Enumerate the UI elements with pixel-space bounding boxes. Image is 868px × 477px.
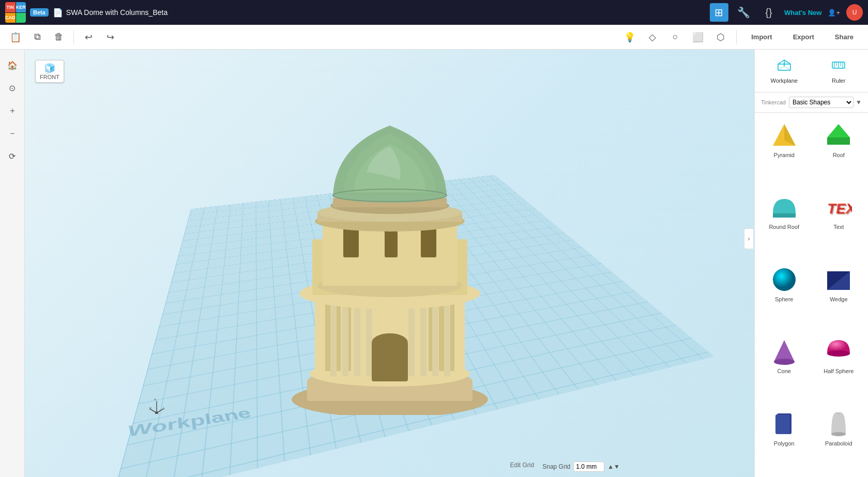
dropdown-arrow: ▼ xyxy=(856,99,862,106)
doc-title-text: SWA Dome with Columns_Beta xyxy=(66,8,167,17)
svg-rect-61 xyxy=(827,137,850,145)
ruler-svg xyxy=(831,58,846,72)
ruler-label: Ruler xyxy=(832,78,845,84)
shape-wedge[interactable]: Wedge xyxy=(814,261,864,329)
status-bar: Edit Grid Snap Grid ▲▼ xyxy=(510,461,620,472)
zoom-out-button[interactable]: － xyxy=(3,124,22,143)
main-area: 🏠 ⊙ ＋ － ⟳ 🧊 FRONT Workplane xyxy=(0,50,868,477)
shape-round-roof[interactable]: Round Roof xyxy=(759,189,810,256)
shape-pyramid[interactable]: Pyramid xyxy=(759,117,810,184)
svg-line-48 xyxy=(784,60,790,64)
undo-button[interactable]: ↩ xyxy=(79,28,98,47)
code-button[interactable]: {} xyxy=(759,3,778,22)
tools-button[interactable]: 🔧 xyxy=(735,3,753,22)
user-icon: 👤+ xyxy=(828,9,840,17)
front-icon: 🧊 xyxy=(40,63,59,74)
svg-point-65 xyxy=(773,268,796,291)
toolbar-separator xyxy=(73,30,74,44)
delete-button[interactable]: 🗑 xyxy=(50,28,68,47)
wedge-icon xyxy=(824,265,853,294)
duplicate-button[interactable]: ⧉ xyxy=(28,28,47,47)
svg-point-21 xyxy=(372,333,408,352)
polygon-label: Polygon xyxy=(774,440,795,447)
light-button[interactable]: 💡 xyxy=(620,28,639,47)
svg-rect-18 xyxy=(444,296,450,376)
whats-new-button[interactable]: What's New xyxy=(784,9,821,17)
svg-rect-5 xyxy=(325,294,330,371)
shape-sphere[interactable]: Sphere xyxy=(759,261,810,329)
axis-indicator: Z Y X xyxy=(149,398,164,415)
snap-grid-control: Snap Grid ▲▼ xyxy=(542,461,620,472)
home-view-button[interactable]: 🏠 xyxy=(3,56,22,74)
tinkercad-logo[interactable]: TIN KER CAD xyxy=(5,2,26,23)
panel-top-tools: Workplane Ruler xyxy=(755,50,868,93)
panel-collapse-button[interactable]: › xyxy=(744,228,753,249)
svg-point-69 xyxy=(774,359,795,365)
workplane-label: Workplane xyxy=(771,78,798,84)
shape2-button[interactable]: ○ xyxy=(666,28,684,47)
user-add-button[interactable]: 👤+ xyxy=(828,9,840,17)
svg-point-70 xyxy=(827,350,850,357)
workplane-icon xyxy=(777,58,791,75)
document-title[interactable]: 📄 SWA Dome with Columns_Beta xyxy=(53,8,167,18)
export-button[interactable]: Export xyxy=(785,30,823,44)
import-button[interactable]: Import xyxy=(743,30,780,44)
ruler-button[interactable]: Ruler xyxy=(814,54,864,88)
logo-tin: TIN xyxy=(5,2,16,12)
shape-text[interactable]: TEXT TEXT Text xyxy=(814,189,864,256)
beta-badge: Beta xyxy=(30,8,49,17)
shape1-button[interactable]: ◇ xyxy=(643,28,662,47)
round-roof-label: Round Roof xyxy=(769,224,799,230)
fit-view-button[interactable]: ⟳ xyxy=(3,147,22,165)
svg-rect-12 xyxy=(342,296,348,376)
orbit-button[interactable]: ⊙ xyxy=(3,79,22,97)
grid-view-button[interactable]: ⊞ xyxy=(710,3,728,22)
svg-rect-28 xyxy=(385,232,398,257)
logo-ker: KER xyxy=(16,2,26,12)
shapes-source-label: Tinkercad xyxy=(761,99,786,105)
share-button[interactable]: Share xyxy=(827,30,862,44)
axis-svg: Z Y X xyxy=(149,398,164,414)
redo-button[interactable]: ↪ xyxy=(101,28,119,47)
shape-roof[interactable]: Roof xyxy=(814,117,864,184)
snap-grid-input[interactable] xyxy=(573,461,604,472)
svg-rect-15 xyxy=(408,297,415,376)
svg-text:Y: Y xyxy=(163,406,164,411)
toolbar-right: 💡 ◇ ○ ⬜ ⬡ Import Export Share xyxy=(620,28,862,47)
user-avatar[interactable]: U xyxy=(846,4,863,21)
svg-line-47 xyxy=(778,60,784,64)
shape-polygon[interactable]: Polygon xyxy=(759,405,810,473)
top-navigation-bar: TIN KER CAD Beta 📄 SWA Dome with Columns… xyxy=(0,0,868,25)
copy-button[interactable]: 📋 xyxy=(6,28,25,47)
align-button[interactable]: ⬜ xyxy=(689,28,707,47)
roof-icon xyxy=(824,121,853,150)
half-sphere-icon xyxy=(824,337,853,366)
mirror-button[interactable]: ⬡ xyxy=(711,28,730,47)
edit-grid-label[interactable]: Edit Grid xyxy=(510,461,535,472)
pyramid-icon xyxy=(770,121,799,150)
sphere-icon xyxy=(770,265,799,294)
dome-building-svg xyxy=(281,95,498,415)
zoom-in-button[interactable]: ＋ xyxy=(3,101,22,120)
workplane-button[interactable]: Workplane xyxy=(759,54,810,88)
shape-paraboloid[interactable]: Paraboloid xyxy=(814,405,864,473)
front-view-label: 🧊 FRONT xyxy=(35,60,64,83)
shape-half-sphere[interactable]: Half Sphere xyxy=(814,333,864,401)
snap-grid-arrows[interactable]: ▲▼ xyxy=(607,463,620,470)
front-label-text: FRONT xyxy=(40,74,59,80)
shapes-category-select[interactable]: Basic Shapes xyxy=(789,97,854,108)
topbar-right-section: ⊞ 🔧 {} What's New 👤+ U xyxy=(710,3,863,22)
svg-rect-62 xyxy=(773,213,796,218)
shapes-category-header: Tinkercad Basic Shapes ▼ xyxy=(755,93,868,113)
svg-text:Z: Z xyxy=(154,398,157,401)
svg-marker-60 xyxy=(827,124,850,137)
roof-label: Roof xyxy=(833,152,845,158)
wedge-label: Wedge xyxy=(830,296,848,302)
shape-cone[interactable]: Cone xyxy=(759,333,810,401)
cone-label: Cone xyxy=(778,368,791,374)
svg-line-50 xyxy=(784,66,790,70)
shapes-grid: Pyramid Roof Round Roof xyxy=(755,113,868,477)
polygon-icon xyxy=(770,409,799,438)
3d-viewport[interactable]: 🧊 FRONT Workplane xyxy=(25,50,754,477)
snap-grid-label: Snap Grid xyxy=(542,463,570,470)
